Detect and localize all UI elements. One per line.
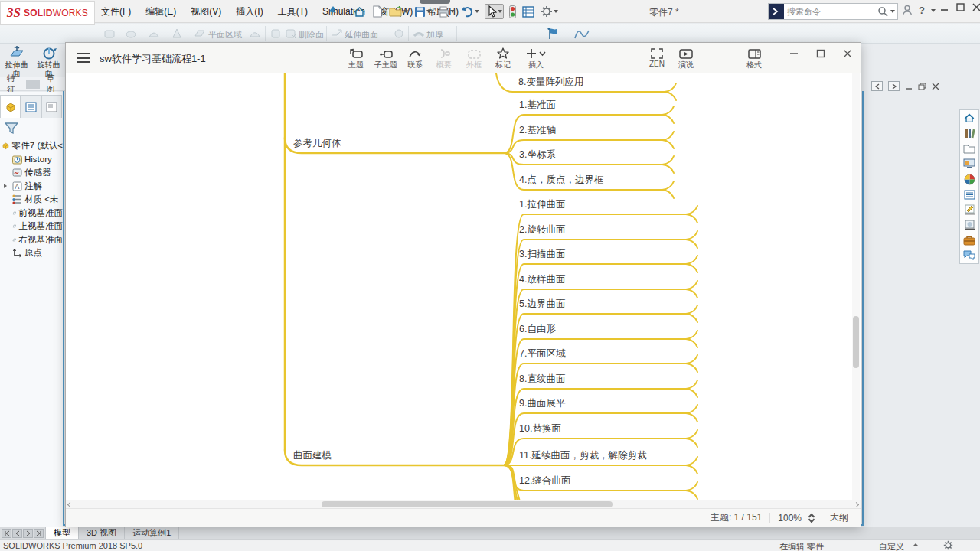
tab-featuremanager-tree[interactable]: [0, 95, 21, 118]
vertical-scrollbar[interactable]: [852, 73, 860, 500]
tree-item-origin[interactable]: 原点: [0, 246, 63, 260]
maximize-button[interactable]: [956, 3, 965, 11]
tab-model[interactable]: 模型: [45, 527, 79, 539]
scroll-right-icon[interactable]: [854, 502, 859, 507]
select-cursor-button[interactable]: [485, 4, 504, 19]
design-library-icon[interactable]: [960, 141, 978, 156]
status-customize[interactable]: 自定义: [879, 541, 904, 551]
appearances-icon[interactable]: [960, 171, 978, 187]
minimize-button[interactable]: [940, 3, 949, 11]
doc-restore-button[interactable]: [918, 83, 926, 90]
scroll-left-icon[interactable]: [67, 502, 73, 507]
tree-item-history[interactable]: History: [0, 153, 63, 167]
menu-file[interactable]: 文件(F): [101, 5, 131, 18]
custom-properties-icon[interactable]: [960, 187, 978, 202]
boundary-button[interactable]: 外框: [459, 46, 488, 72]
filter-funnel-icon[interactable]: [5, 122, 18, 135]
home-button[interactable]: [352, 5, 367, 19]
horizontal-scrollbar[interactable]: [66, 500, 861, 508]
insert-button[interactable]: 插入: [518, 46, 554, 72]
expand-arrow-icon[interactable]: [4, 184, 7, 188]
tab-3d-views[interactable]: 3D 视图: [79, 527, 125, 539]
subtopic-button[interactable]: 子主题: [371, 46, 400, 72]
search-input[interactable]: [784, 7, 877, 16]
file-explorer-icon[interactable]: [960, 156, 978, 171]
undo-button[interactable]: [460, 5, 480, 18]
save-button[interactable]: [413, 5, 432, 18]
svg-text:1.基准面: 1.基准面: [519, 99, 556, 110]
previous-window-button[interactable]: [871, 81, 883, 91]
insert-label: 插入: [528, 60, 544, 70]
print-button[interactable]: [436, 5, 456, 18]
tree-item-label: 零件7 (默认<: [12, 140, 63, 152]
doc-close-button[interactable]: [932, 83, 939, 90]
outline-button[interactable]: 大纲: [830, 511, 848, 524]
mindmap-canvas[interactable]: 参考几何体1.基准面2.基准轴3.坐标系4.点，质点，边界框曲面建模1.拉伸曲面…: [66, 73, 861, 500]
tree-item-front-plane[interactable]: 前视基准面: [0, 207, 63, 220]
status-editing: 在编辑 零件: [779, 541, 824, 551]
forum-icon[interactable]: [960, 217, 978, 233]
tree-item-annotations[interactable]: A 注解: [0, 180, 63, 194]
magnifier-icon[interactable]: [877, 6, 888, 17]
tree-item-right-plane[interactable]: 右视基准面: [0, 233, 63, 247]
spline-curve-icon[interactable]: [574, 28, 590, 40]
commandmanager-tabs: 特征 草图: [0, 77, 65, 91]
toolbox-icon[interactable]: [960, 233, 978, 248]
tree-item-sensors[interactable]: 传感器: [0, 166, 63, 180]
resources-icon[interactable]: [960, 126, 978, 141]
help-icon[interactable]: ?: [919, 5, 925, 16]
horizontal-scroll-thumb[interactable]: [322, 501, 612, 507]
options-gear-button[interactable]: [540, 5, 559, 18]
zoom-stepper[interactable]: [809, 514, 814, 522]
mindmap-close-button[interactable]: [843, 49, 852, 58]
last-sheet-button[interactable]: [34, 529, 44, 538]
vertical-scroll-thumb[interactable]: [853, 316, 859, 368]
doc-minimize-button[interactable]: [905, 83, 913, 90]
relationship-button[interactable]: 联系: [400, 46, 430, 72]
menu-hamburger-icon[interactable]: [77, 53, 90, 63]
display-pane-button[interactable]: [521, 5, 535, 18]
first-sheet-button[interactable]: [2, 529, 11, 538]
markup-icon[interactable]: [960, 202, 978, 217]
command-search[interactable]: [768, 3, 898, 20]
help-caret[interactable]: [931, 9, 936, 12]
open-button[interactable]: [388, 5, 409, 18]
presentation-button[interactable]: 演说: [671, 46, 701, 72]
home-tab-icon[interactable]: [960, 110, 978, 126]
svg-text:参考几何体: 参考几何体: [293, 138, 341, 148]
menu-insert[interactable]: 插入(I): [236, 5, 263, 18]
customize-arrow-icon[interactable]: [913, 543, 919, 546]
next-window-button[interactable]: [888, 81, 900, 91]
search-scope-caret[interactable]: [890, 10, 895, 13]
mindmap-minimize-button[interactable]: [789, 49, 799, 58]
performance-evaluation-icon[interactable]: [508, 5, 517, 19]
mindmap-maximize-button[interactable]: [816, 49, 825, 58]
summary-label: 概要: [436, 60, 452, 70]
menu-view[interactable]: 视图(V): [191, 5, 221, 18]
tree-item-part[interactable]: 零件7 (默认<: [0, 139, 63, 153]
pin-icon[interactable]: [328, 5, 338, 18]
tab-property-manager[interactable]: [21, 95, 41, 118]
zen-brackets-icon: [651, 46, 663, 59]
menu-edit[interactable]: 编辑(E): [145, 5, 176, 18]
tree-item-top-plane[interactable]: 上视基准面: [0, 220, 63, 233]
tree-item-material[interactable]: 材质 <未: [0, 193, 63, 207]
task-pane: [959, 109, 979, 264]
flag-icon[interactable]: [547, 27, 559, 41]
close-button[interactable]: [972, 3, 980, 11]
new-document-button[interactable]: [371, 5, 384, 18]
format-button[interactable]: 格式: [740, 46, 769, 72]
mindmap-titlebar: sw软件学习基础流程1-1 主题 子主题 联系 概要 外框 标记 插入: [66, 43, 861, 73]
topic-button[interactable]: 主题: [341, 46, 371, 72]
user-icon[interactable]: [902, 5, 913, 16]
tab-configuration-manager[interactable]: [41, 95, 62, 118]
next-sheet-button[interactable]: [23, 529, 33, 538]
prev-sheet-button[interactable]: [12, 529, 22, 538]
marker-button[interactable]: 标记: [488, 46, 518, 72]
status-gear-icon[interactable]: [943, 540, 953, 550]
summary-button[interactable]: 概要: [430, 46, 459, 72]
chat-icon[interactable]: [960, 248, 978, 263]
tab-motion-study[interactable]: 运动算例1: [125, 527, 179, 539]
zen-mode-button[interactable]: ZEN: [642, 46, 671, 72]
menu-tools[interactable]: 工具(T): [278, 5, 308, 18]
